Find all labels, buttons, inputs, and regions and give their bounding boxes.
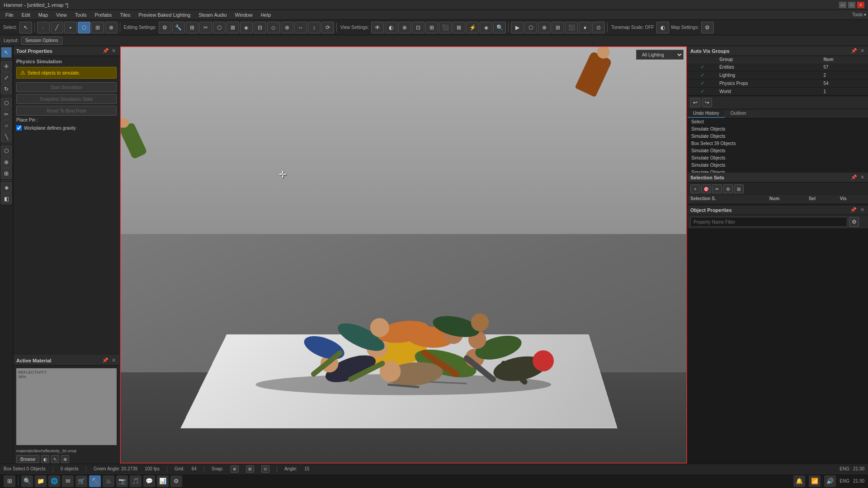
mesh-tool-icon[interactable]: ⬡ [1, 98, 12, 108]
menu-tools[interactable]: Tools [71, 11, 90, 19]
navigation-button[interactable]: ⊕ [105, 22, 118, 33]
view-setting-4[interactable]: ⊡ [412, 22, 425, 33]
outliner-tab[interactable]: Outliner [725, 109, 752, 118]
edit-setting-10[interactable]: ⊕ [281, 22, 293, 33]
menu-map[interactable]: Map [35, 11, 52, 19]
sel-new-btn[interactable]: + [690, 184, 700, 193]
workplane-gravity-checkbox[interactable] [16, 125, 22, 131]
obj-prop-pin-btn[interactable]: 📌 [849, 207, 858, 213]
sel-sets-close-btn[interactable]: ✕ [859, 174, 865, 180]
taskbar-store-btn[interactable]: 🛒 [75, 475, 87, 487]
snap-btn-1[interactable]: ⊕ [231, 465, 239, 473]
taskbar-file-btn[interactable]: 📁 [35, 475, 47, 487]
taskbar-extra-3[interactable]: 💬 [143, 475, 155, 487]
main-viewport[interactable]: ✛ All Lighting No Lighting Diffuse Only [120, 46, 687, 464]
panel-close-btn[interactable]: ✕ [110, 48, 117, 54]
undo-item[interactable]: Simulate Objects [688, 133, 868, 140]
view-setting-8[interactable]: ⚡ [466, 22, 479, 33]
edit-setting-6[interactable]: ⊠ [226, 22, 239, 33]
faces-button[interactable]: ▪ [64, 22, 77, 33]
clip-tool-icon[interactable]: ✂ [1, 109, 12, 120]
menu-tiles[interactable]: Tiles [116, 11, 134, 19]
view-setting-1[interactable]: 👁 [371, 22, 384, 33]
taskbar-notification-btn[interactable]: 🔔 [793, 475, 805, 487]
session-options-button[interactable]: Session Options [21, 37, 62, 45]
taskbar-volume-btn[interactable]: 🔊 [824, 475, 836, 487]
browse-material-btn[interactable]: Browse [16, 455, 39, 463]
edges-button[interactable]: ╱ [51, 22, 63, 33]
undo-item[interactable]: Simulate Objects [688, 162, 868, 169]
extra-tool-1[interactable]: ▶ [511, 22, 524, 33]
view-setting-3[interactable]: ⊕ [398, 22, 411, 33]
taskbar-wifi-btn[interactable]: 📶 [809, 475, 821, 487]
menu-view[interactable]: View [52, 11, 71, 19]
taskbar-extra-5[interactable]: ⚙ [170, 475, 182, 487]
rotate-tool-icon[interactable]: ↻ [1, 84, 12, 94]
edit-setting-3[interactable]: ⊞ [186, 22, 198, 33]
edit-setting-13[interactable]: ⟳ [321, 22, 334, 33]
reset-bind-pose-btn[interactable]: Reset To Bind Pose [16, 106, 117, 116]
edit-setting-4[interactable]: ✂ [199, 22, 212, 33]
menu-file[interactable]: File [2, 11, 17, 19]
mat-panel-pin-btn[interactable]: 📌 [101, 357, 109, 363]
objects-button[interactable]: ⬡ [78, 22, 90, 33]
edit-setting-9[interactable]: ◇ [267, 22, 280, 33]
taskbar-hammer-btn[interactable]: 🔨 [89, 475, 101, 487]
undo-item[interactable]: Simulate Objects [688, 147, 868, 155]
extra-tool-3[interactable]: ⊕ [538, 22, 551, 33]
taskbar-extra-2[interactable]: 🎵 [130, 475, 142, 487]
scale-tool-icon[interactable]: ⤢ [1, 72, 12, 83]
select-button[interactable]: ↖ [19, 22, 32, 33]
menu-preview-baked[interactable]: Preview Baked Lighting [135, 11, 194, 19]
obj-prop-filter-input[interactable] [690, 217, 847, 227]
menu-help[interactable]: Help [257, 11, 275, 19]
obj-prop-settings-btn[interactable]: ⚙ [849, 217, 859, 227]
sel-extra-btn[interactable]: ⊞ [734, 184, 744, 193]
mat-icon-btn-3[interactable]: ⊕ [61, 455, 69, 463]
paint-tool-icon[interactable]: ╲ [1, 131, 12, 142]
select-tool-icon[interactable]: ↖ [1, 47, 12, 58]
table-row[interactable] [688, 202, 868, 205]
sel-delete-btn[interactable]: 🎯 [701, 184, 711, 193]
extra-tool-6[interactable]: ♦ [579, 22, 591, 33]
view-setting-5[interactable]: ⊞ [425, 22, 438, 33]
sel-settings-btn[interactable]: ⚙ [723, 184, 733, 193]
taskbar-search-btn[interactable]: 🔍 [21, 475, 33, 487]
sel-sets-pin-btn[interactable]: 📌 [850, 174, 858, 180]
edit-setting-11[interactable]: ↔ [294, 22, 307, 33]
view-setting-9[interactable]: ◈ [480, 22, 492, 33]
extra1-tool-icon[interactable]: ◈ [1, 182, 12, 193]
extra2-tool-icon[interactable]: ◧ [1, 193, 12, 204]
table-row[interactable]: ✓ World 1 [688, 88, 868, 96]
edit-setting-7[interactable]: ◈ [240, 22, 253, 33]
view-setting-10[interactable]: 🔍 [493, 22, 506, 33]
undo-forward-btn[interactable]: ↪ [702, 98, 712, 107]
maximize-button[interactable]: □ [848, 2, 855, 8]
view-setting-2[interactable]: ◐ [385, 22, 397, 33]
snapshot-state-btn[interactable]: Snapshot Simulation State [16, 94, 117, 104]
table-row[interactable]: ✓ Entities 57 [688, 63, 868, 71]
undo-item[interactable]: Simulate Objects [688, 126, 868, 133]
table-row[interactable]: ✓ Physics Props 54 [688, 80, 868, 88]
snap-btn-2[interactable]: ⊞ [246, 465, 254, 473]
view-setting-6[interactable]: ⬛ [439, 22, 452, 33]
taskbar-steam-btn[interactable]: ♨ [103, 475, 114, 487]
obj-prop-close-btn[interactable]: ✕ [859, 207, 865, 213]
snap-btn-3[interactable]: ⊙ [261, 465, 269, 473]
start-simulation-btn[interactable]: Start Simulation [16, 82, 117, 92]
extra-tool-5[interactable]: ⬛ [565, 22, 578, 33]
vertices-button[interactable]: · [37, 22, 50, 33]
minimize-button[interactable]: — [839, 2, 846, 8]
tonemap-btn[interactable]: ◐ [656, 22, 669, 33]
edit-setting-1[interactable]: ⚙ [159, 22, 171, 33]
edit-setting-8[interactable]: ⊟ [254, 22, 266, 33]
edit-setting-2[interactable]: 🔧 [172, 22, 185, 33]
auto-vis-close-btn[interactable]: ✕ [859, 48, 865, 54]
view-setting-7[interactable]: ⊠ [453, 22, 465, 33]
physics-tool-icon[interactable]: ⊕ [1, 157, 12, 168]
taskbar-start-btn[interactable]: ⊞ [4, 475, 15, 487]
menu-window[interactable]: Window [231, 11, 256, 19]
map-settings-btn[interactable]: ⚙ [701, 22, 714, 33]
taskbar-extra-1[interactable]: 📷 [116, 475, 128, 487]
menu-steam-audio[interactable]: Steam Audio [195, 11, 230, 19]
